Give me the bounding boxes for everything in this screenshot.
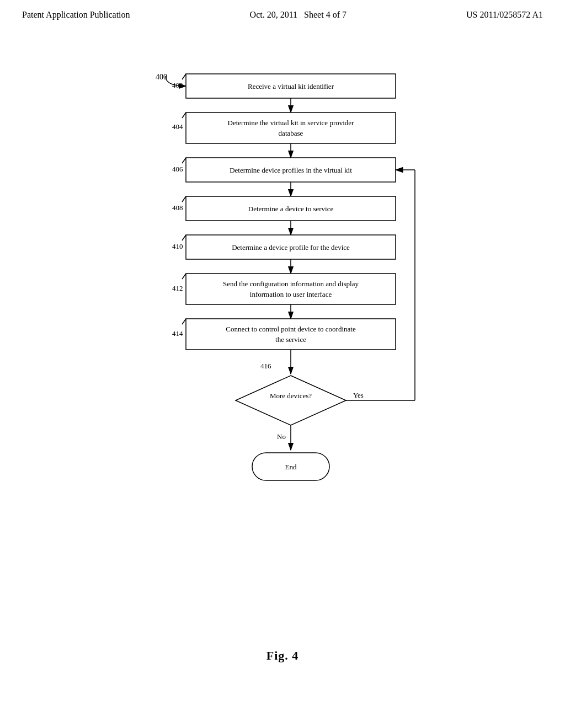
diagram-container: 400 Receive a virtual kit identifier 402…	[0, 25, 565, 643]
text-404-line2: database	[279, 129, 303, 137]
label-404: 404	[172, 122, 183, 131]
notch-402	[182, 74, 186, 79]
text-402: Receive a virtual kit identifier	[248, 82, 334, 90]
label-416: 416	[260, 362, 271, 370]
text-404-line1: Determine the virtual kit in service pro…	[228, 119, 355, 127]
notch-406	[182, 158, 186, 163]
diamond-416	[236, 376, 346, 425]
label-408: 408	[172, 204, 183, 212]
text-406: Determine device profiles in the virtual…	[230, 166, 352, 174]
text-416-line1: More devices?	[270, 392, 312, 400]
text-412-line1: Send the configuration information and d…	[223, 280, 359, 288]
text-414-line1: Connect to control point device to coord…	[226, 325, 356, 333]
header-left: Patent Application Publication	[22, 10, 130, 20]
text-410: Determine a device profile for the devic…	[232, 243, 350, 251]
notch-410	[182, 235, 186, 240]
notch-404	[182, 113, 186, 118]
text-408: Determine a device to service	[248, 205, 334, 213]
header-center: Oct. 20, 2011 Sheet 4 of 7	[250, 10, 347, 20]
label-no: No	[277, 432, 286, 441]
figure-label: Fig. 4	[0, 649, 565, 663]
label-412: 412	[172, 284, 183, 292]
text-end: End	[285, 463, 297, 471]
notch-412	[182, 274, 186, 279]
label-406: 406	[172, 165, 183, 173]
box-404	[186, 113, 396, 143]
header-right: US 2011/0258572 A1	[466, 10, 543, 20]
text-412-line2: information to user interface	[250, 290, 332, 298]
flowchart-svg: 400 Receive a virtual kit identifier 402…	[89, 36, 476, 632]
label-yes: Yes	[353, 391, 364, 399]
label-410: 410	[172, 242, 183, 250]
notch-414	[182, 319, 186, 324]
label-402: 402	[172, 81, 183, 89]
notch-408	[182, 196, 186, 202]
box-414	[186, 319, 396, 350]
page-header: Patent Application Publication Oct. 20, …	[0, 0, 565, 25]
label-414: 414	[172, 329, 183, 338]
box-412	[186, 274, 396, 304]
text-414-line2: the service	[275, 335, 306, 344]
